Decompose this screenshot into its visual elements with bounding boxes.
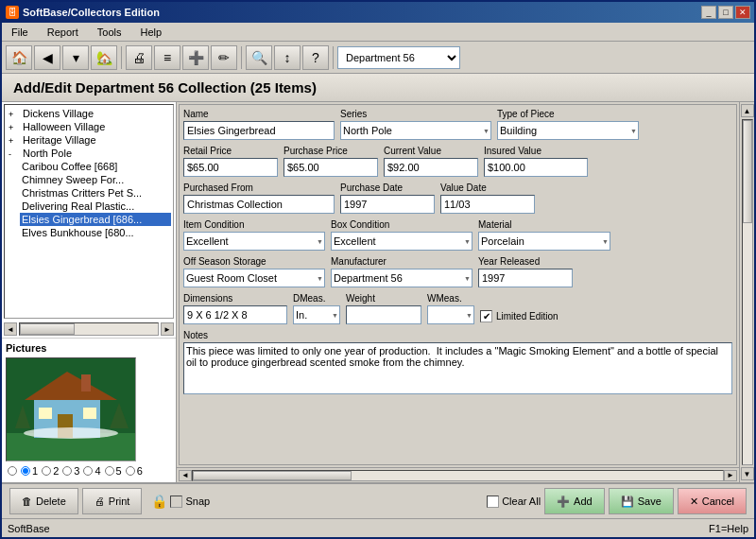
label-retail: Retail Price: [183, 146, 278, 156]
pictures-section: Pictures: [2, 338, 176, 482]
input-value-date[interactable]: [440, 195, 535, 214]
tree-child-caribou[interactable]: Caribou Coffee [668]: [20, 160, 171, 173]
hscroll-track[interactable]: [19, 322, 159, 336]
label-purchased-from: Purchased From: [183, 183, 335, 193]
select-dmeas[interactable]: In.: [293, 305, 340, 324]
radio-1[interactable]: 1: [21, 465, 38, 477]
radio-0[interactable]: [8, 466, 17, 476]
input-current-value[interactable]: [384, 158, 478, 177]
delete-button[interactable]: 🗑 Delete: [9, 488, 78, 514]
tree-view[interactable]: + Dickens Village + Halloween Village + …: [4, 104, 174, 319]
clear-all-group: Clear All: [487, 496, 541, 508]
tree-child-elves[interactable]: Elves Bunkhouse [680...: [20, 226, 171, 239]
tree-child-critters[interactable]: Christmas Critters Pet S...: [20, 186, 171, 200]
toolbar-list[interactable]: ≡: [154, 45, 180, 70]
vscroll-up[interactable]: ▲: [741, 104, 754, 117]
department-dropdown[interactable]: Department 56: [337, 46, 460, 69]
lock-icon: 🔒: [151, 494, 167, 509]
row-prices: Retail Price Purchase Price Current Valu…: [183, 146, 732, 177]
scroll-left-btn[interactable]: ◄: [4, 322, 17, 336]
toolbar-sort[interactable]: ↕: [274, 45, 301, 70]
main-window: 🗄 SoftBase/Collectors Edition _ □ ✕ File…: [0, 0, 756, 539]
tree-hscroll: ◄ ►: [2, 321, 176, 338]
picture-box: [6, 357, 136, 461]
toolbar-help[interactable]: ?: [302, 45, 329, 70]
tree-item-dickens[interactable]: + Dickens Village: [7, 107, 171, 120]
label-current-value: Current Value: [384, 146, 478, 156]
radio-2[interactable]: 2: [42, 465, 59, 477]
tree-item-halloween[interactable]: + Halloween Village: [7, 120, 171, 133]
select-manufacturer[interactable]: Department 56: [331, 269, 472, 287]
app-icon: 🗄: [6, 6, 19, 19]
material-wrapper: Porcelain: [478, 232, 610, 251]
minimize-button[interactable]: _: [701, 6, 716, 19]
group-item-condition: Item Condition Excellent: [183, 219, 325, 251]
row-storage-mfr: Off Season Storage Guest Room Closet Man…: [183, 256, 732, 287]
select-wmeas[interactable]: [427, 305, 474, 324]
hscroll-thumb: [20, 323, 75, 335]
toolbar-home[interactable]: 🏡: [91, 45, 117, 70]
menu-file[interactable]: File: [6, 25, 34, 40]
cb-clear-all[interactable]: [487, 496, 499, 508]
toolbar-new[interactable]: 🏠: [6, 45, 32, 70]
dmeas-wrapper: In.: [293, 305, 340, 324]
input-retail[interactable]: [183, 158, 278, 177]
toolbar-print[interactable]: 🖨: [126, 45, 152, 70]
toolbar-back[interactable]: ◀: [34, 45, 60, 70]
rscroll-track[interactable]: [192, 470, 724, 481]
menu-help[interactable]: Help: [134, 25, 167, 40]
menu-report[interactable]: Report: [42, 25, 84, 40]
select-box-condition[interactable]: Excellent: [331, 232, 472, 251]
tree-child-delivering[interactable]: Delivering Real Plastic...: [20, 200, 171, 213]
toolbar-add[interactable]: ➕: [182, 45, 209, 70]
tree-item-heritage[interactable]: + Heritage Village: [7, 133, 171, 147]
rscroll-right[interactable]: ►: [724, 470, 737, 481]
add-button[interactable]: ➕ Add: [544, 488, 605, 514]
maximize-button[interactable]: □: [718, 6, 733, 19]
group-purchase-price: Purchase Price: [284, 146, 378, 177]
label-type: Type of Piece: [497, 109, 639, 119]
select-material[interactable]: Porcelain: [478, 232, 610, 251]
select-off-season[interactable]: Guest Room Closet: [183, 269, 325, 287]
toolbar-filter[interactable]: 🔍: [246, 45, 272, 70]
select-type[interactable]: Building: [497, 121, 639, 140]
cb-limited-edition[interactable]: ✔: [480, 310, 492, 322]
input-dimensions[interactable]: [183, 305, 287, 324]
label-off-season: Off Season Storage: [183, 256, 325, 267]
cancel-button[interactable]: ✕ Cancel: [678, 488, 747, 514]
toolbar-edit[interactable]: ✏: [211, 45, 237, 70]
menu-tools[interactable]: Tools: [92, 25, 128, 40]
row-dimensions: Dimensions DMeas. In. Weight: [183, 293, 732, 324]
select-item-condition[interactable]: Excellent: [183, 232, 325, 251]
tree-child-elsies[interactable]: Elsies Gingerbread [686...: [20, 213, 171, 226]
input-purchased-from[interactable]: [183, 195, 335, 214]
vscroll-down[interactable]: ▼: [741, 467, 754, 480]
save-button[interactable]: 💾 Save: [609, 488, 674, 514]
print-button[interactable]: 🖨 Print: [82, 488, 143, 514]
tree-child-chimney[interactable]: Chimney Sweep For...: [20, 173, 171, 186]
input-weight[interactable]: [346, 305, 421, 324]
input-insured[interactable]: [484, 158, 588, 177]
label-item-condition: Item Condition: [183, 219, 325, 230]
radio-5[interactable]: 5: [105, 465, 122, 477]
input-year-released[interactable]: [478, 269, 573, 287]
tree-item-northpole[interactable]: - North Pole: [7, 147, 171, 160]
close-button[interactable]: ✕: [735, 6, 750, 19]
status-right: F1=Help: [709, 523, 748, 534]
input-purchase-date[interactable]: [340, 195, 435, 214]
label-name: Name: [183, 109, 335, 119]
input-purchase-price[interactable]: [284, 158, 378, 177]
radio-3[interactable]: 3: [62, 465, 79, 477]
radio-6[interactable]: 6: [126, 465, 143, 477]
radio-4[interactable]: 4: [83, 465, 100, 477]
toolbar-back-arrow[interactable]: ▾: [62, 45, 89, 70]
row-purchase-info: Purchased From Purchase Date Value Date: [183, 183, 732, 214]
cb-snap[interactable]: [170, 496, 182, 508]
rscroll-left[interactable]: ◄: [179, 470, 192, 481]
textarea-notes[interactable]: This piece was limited to only one year …: [183, 342, 732, 394]
scroll-right-btn[interactable]: ►: [161, 322, 174, 336]
add-icon: ➕: [557, 496, 570, 508]
vscroll-track[interactable]: [742, 119, 753, 465]
input-name[interactable]: [183, 121, 335, 140]
select-series[interactable]: North Pole: [340, 121, 491, 140]
